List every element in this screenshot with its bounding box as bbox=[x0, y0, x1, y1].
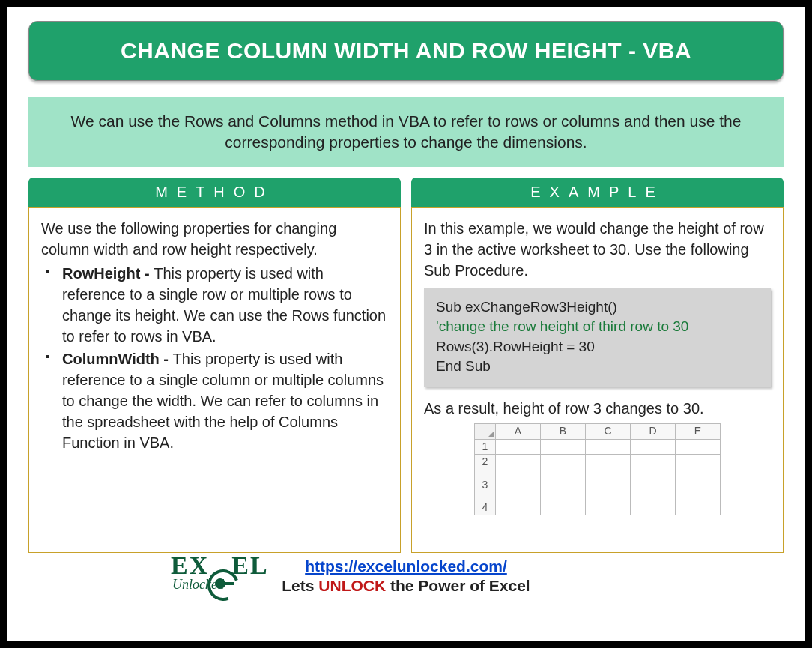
col-header: D bbox=[631, 424, 676, 440]
col-header: A bbox=[496, 424, 541, 440]
cell bbox=[541, 455, 586, 470]
col-header: E bbox=[676, 424, 721, 440]
logo-main: EXEL bbox=[171, 553, 321, 578]
logo-sub: Unlocked bbox=[172, 577, 321, 593]
example-lead: In this example, we would change the hei… bbox=[424, 218, 771, 281]
row-header: 1 bbox=[475, 439, 496, 455]
excel-grid: A B C D E 1 2 3 4 bbox=[474, 423, 721, 515]
cell bbox=[496, 455, 541, 470]
cell bbox=[676, 470, 721, 500]
code-line: End Sub bbox=[436, 357, 759, 377]
cell bbox=[631, 470, 676, 500]
row-header: 4 bbox=[475, 500, 496, 515]
code-block: Sub exChangeRow3Height() 'change the row… bbox=[424, 288, 771, 387]
cell bbox=[676, 455, 721, 470]
list-item: RowHeight - This property is used with r… bbox=[46, 263, 388, 347]
cell bbox=[631, 455, 676, 470]
method-bullets: RowHeight - This property is used with r… bbox=[41, 263, 388, 453]
method-body: We use the following properties for chan… bbox=[28, 207, 401, 553]
cell bbox=[496, 500, 541, 515]
row-header: 2 bbox=[475, 455, 496, 470]
cell bbox=[631, 439, 676, 455]
code-comment: 'change the row height of third row to 3… bbox=[436, 317, 759, 337]
cell bbox=[586, 439, 631, 455]
columns-container: METHOD We use the following properties f… bbox=[28, 178, 784, 553]
footer-link[interactable]: https://excelunlocked.com/ bbox=[305, 557, 507, 575]
property-name: RowHeight - bbox=[62, 265, 154, 282]
cell bbox=[586, 455, 631, 470]
example-header: EXAMPLE bbox=[411, 178, 784, 207]
example-result: As a result, height of row 3 changes to … bbox=[424, 398, 771, 419]
infographic-page: CHANGE COLUMN WIDTH AND ROW HEIGHT - VBA… bbox=[7, 7, 805, 641]
example-body: In this example, we would change the hei… bbox=[411, 207, 784, 553]
logo-key-icon bbox=[215, 578, 225, 589]
row-header-tall: 3 bbox=[475, 470, 496, 500]
logo-text: EX bbox=[171, 551, 209, 579]
grid-corner bbox=[475, 424, 496, 440]
cell bbox=[676, 500, 721, 515]
property-name: ColumnWidth - bbox=[62, 351, 173, 367]
cell bbox=[586, 500, 631, 515]
excel-grid-preview: A B C D E 1 2 3 4 bbox=[424, 423, 771, 515]
list-item: ColumnWidth - This property is used with… bbox=[46, 348, 388, 453]
example-column: EXAMPLE In this example, we would change… bbox=[411, 178, 784, 553]
method-column: METHOD We use the following properties f… bbox=[28, 178, 401, 553]
tag-unlock: UNLOCK bbox=[318, 577, 386, 594]
col-header: C bbox=[586, 424, 631, 440]
tag-text: the Power of Excel bbox=[386, 577, 530, 594]
title-banner: CHANGE COLUMN WIDTH AND ROW HEIGHT - VBA bbox=[28, 21, 784, 81]
cell bbox=[496, 470, 541, 500]
cell bbox=[586, 470, 631, 500]
logo-text: EL bbox=[231, 551, 268, 579]
cell bbox=[676, 439, 721, 455]
cell bbox=[541, 439, 586, 455]
code-line: Rows(3).RowHeight = 30 bbox=[436, 337, 759, 357]
method-lead: We use the following properties for chan… bbox=[41, 218, 388, 260]
method-header: METHOD bbox=[28, 178, 401, 207]
cell bbox=[541, 500, 586, 515]
footer: EXEL Unlocked https://excelunlocked.com/… bbox=[28, 557, 784, 610]
intro-text: We can use the Rows and Columns method i… bbox=[28, 97, 784, 167]
code-line: Sub exChangeRow3Height() bbox=[436, 297, 759, 318]
col-header: B bbox=[541, 424, 586, 440]
excel-unlocked-logo: EXEL Unlocked bbox=[171, 553, 321, 593]
cell bbox=[541, 470, 586, 500]
cell bbox=[496, 439, 541, 455]
cell bbox=[631, 500, 676, 515]
footer-tagline: Lets UNLOCK the Power of Excel bbox=[28, 577, 784, 595]
